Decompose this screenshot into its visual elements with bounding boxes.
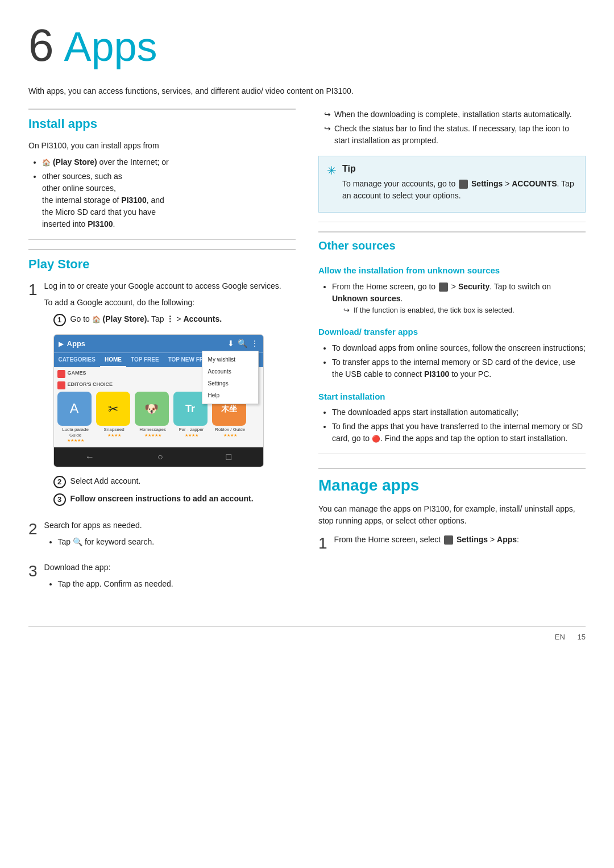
tip-content: Tip To manage your accounts, go to Setti… bbox=[342, 162, 577, 206]
start-install-list: The downloaded apps start installation a… bbox=[332, 406, 586, 445]
ps-bottom-bar: ← ○ □ bbox=[54, 447, 263, 467]
main-content: Install apps On PI3100, you can install … bbox=[28, 109, 586, 604]
editors-icon bbox=[57, 381, 65, 389]
play-store-icon-inline: 🏠 bbox=[42, 159, 51, 167]
install-source-2: other sources, such as other online sour… bbox=[42, 171, 296, 230]
ps-app-3: 🐶 Homescapes ★★★★★ bbox=[135, 392, 171, 444]
step-2-bullet-1: Tap 🔍 for keyword search. bbox=[58, 536, 296, 548]
tip-star-icon: ✳ bbox=[327, 162, 337, 179]
sub-step-3-circle: 3 bbox=[53, 493, 66, 506]
step-3-bullets: Tap the app. Confirm as needed. bbox=[58, 578, 296, 590]
ps-app-stars-3: ★★★★★ bbox=[135, 433, 171, 439]
ps-topbar-icons: ⬇ 🔍 ⋮ bbox=[227, 338, 259, 350]
editors-label: EDITOR'S CHOICE bbox=[68, 381, 113, 389]
ps-app-name-3: Homescapes bbox=[135, 427, 171, 433]
download-transfer-2: To transfer apps to the internal memory … bbox=[332, 356, 586, 380]
download-transfer-list: To download apps from online sources, fo… bbox=[332, 342, 586, 380]
right-column: When the downloading is complete, instal… bbox=[318, 109, 586, 604]
ps-recent-icon: □ bbox=[226, 450, 231, 464]
dropdown-wishlist: My wishlist bbox=[202, 354, 258, 366]
step-3-block: 3 Download the app: Tap the app. Confirm… bbox=[28, 562, 296, 595]
settings-icon-manage bbox=[444, 535, 453, 545]
ps-app-name-2: Snapseed bbox=[96, 427, 132, 433]
ps-tab-categories: CATEGORIES bbox=[54, 353, 100, 367]
allow-install-title: Allow the installation from unknown sour… bbox=[318, 264, 586, 277]
allow-install-list: From the Home screen, go to > Security. … bbox=[332, 281, 586, 316]
other-sources-section: Other sources Allow the installation fro… bbox=[318, 231, 586, 445]
home-icon-inline bbox=[439, 283, 448, 292]
download-icon: ⬇ bbox=[227, 338, 234, 350]
sub-step-1-text: Go to 🏠 (Play Store). Tap ⋮ > Accounts. bbox=[70, 313, 222, 325]
start-install-2: To find the apps that you have transferr… bbox=[332, 421, 586, 445]
dropdown-help: Help bbox=[202, 389, 258, 401]
divider-right-2 bbox=[318, 454, 586, 454]
allow-install-item-1: From the Home screen, go to > Security. … bbox=[332, 281, 586, 316]
manage-apps-title: Manage apps bbox=[318, 468, 586, 497]
download-arrow-1: When the downloading is complete, instal… bbox=[324, 109, 586, 121]
start-install-title: Start installation bbox=[318, 391, 586, 404]
download-transfer-title: Download/ transfer apps bbox=[318, 326, 586, 339]
ps-topbar-title: Apps bbox=[67, 338, 86, 350]
ps-app-stars-1: ★★★★★ bbox=[57, 438, 94, 444]
step-3-bullet-1: Tap the app. Confirm as needed. bbox=[58, 578, 296, 590]
manage-step-1-content: From the Home screen, select Settings > … bbox=[334, 534, 586, 550]
step-1-sub: To add a Google account, do the followin… bbox=[44, 297, 296, 309]
step-3-text: Download the app: bbox=[44, 562, 296, 574]
ps-back-icon: ← bbox=[85, 450, 94, 464]
manage-step-1-block: 1 From the Home screen, select Settings … bbox=[318, 534, 586, 553]
dropdown-settings: Settings bbox=[202, 377, 258, 389]
play-store-section: Play Store 1 Log in to or create your Go… bbox=[28, 249, 296, 595]
games-label: GAMES bbox=[68, 369, 86, 377]
allow-sub-1: If the function is enabled, the tick box… bbox=[343, 305, 586, 316]
ps-dropdown: My wishlist Accounts Settings Help bbox=[202, 351, 259, 404]
ps-app-name-4: Far - zapper bbox=[173, 427, 210, 433]
install-apps-title: Install apps bbox=[28, 109, 296, 133]
footer-page: 15 bbox=[578, 633, 586, 641]
manage-step-1-number: 1 bbox=[318, 534, 327, 553]
manage-step-1-text: From the Home screen, select Settings > … bbox=[334, 534, 586, 546]
ps-topbar: ▶ Apps ⬇ 🔍 ⋮ My wishlist Acc bbox=[54, 335, 263, 352]
sub-step-1-circle: 1 bbox=[53, 314, 66, 326]
ps-home-icon: ○ bbox=[157, 450, 163, 464]
chapter-heading: 6 Apps bbox=[28, 23, 586, 68]
ps-app-icon-3: 🐶 bbox=[135, 392, 169, 426]
install-source-1: 🏠 (Play Store) over the Internet; or bbox=[42, 156, 296, 168]
download-arrow-2: Check the status bar to find the status.… bbox=[324, 123, 586, 147]
step-2-number: 2 bbox=[28, 520, 38, 539]
page-footer: EN 15 bbox=[28, 626, 586, 643]
step-1-block: 1 Log in to or create your Google accoun… bbox=[28, 280, 296, 510]
ps-app-stars-5: ★★★★ bbox=[212, 433, 248, 439]
step-2-content: Search for apps as needed. Tap 🔍 for key… bbox=[44, 520, 296, 553]
downloading-arrows-section: When the downloading is complete, instal… bbox=[318, 109, 586, 147]
step-2-text: Search for apps as needed. bbox=[44, 520, 296, 531]
divider-1 bbox=[28, 239, 296, 240]
settings-icon-inline bbox=[459, 180, 468, 189]
ps-app-icon-2: ✂ bbox=[96, 392, 130, 426]
ps-app-name-1: Ludia parade Guide bbox=[57, 427, 94, 438]
other-sources-title: Other sources bbox=[318, 231, 586, 254]
ps-app-name-5: Roblox / Guide bbox=[212, 427, 248, 433]
chapter-title: Apps bbox=[64, 26, 157, 67]
play-store-title: Play Store bbox=[28, 249, 296, 273]
download-transfer-1: To download apps from online sources, fo… bbox=[332, 342, 586, 354]
left-column: Install apps On PI3100, you can install … bbox=[28, 109, 296, 604]
ps-app-2: ✂ Snapseed ★★★★ bbox=[96, 392, 132, 444]
footer-lang: EN bbox=[555, 633, 565, 641]
ps-tab-home: HOME bbox=[100, 353, 126, 367]
search-icon: 🔍 bbox=[238, 338, 247, 350]
ps-app-icon-1: A bbox=[57, 392, 92, 426]
play-store-screenshot: ▶ Apps ⬇ 🔍 ⋮ My wishlist Acc bbox=[53, 334, 264, 467]
ps-app-stars-4: ★★★★ bbox=[173, 433, 210, 439]
sub-step-1: 1 Go to 🏠 (Play Store). Tap ⋮ > Accounts… bbox=[53, 313, 296, 326]
tip-text: To manage your accounts, go to Settings … bbox=[342, 178, 577, 202]
intro-text: With apps, you can access functions, ser… bbox=[28, 85, 586, 97]
manage-apps-text: You can manage the apps on PI3100, for e… bbox=[318, 503, 586, 527]
step-3-number: 3 bbox=[28, 562, 38, 581]
sub-step-2-circle: 2 bbox=[53, 476, 66, 488]
step-3-content: Download the app: Tap the app. Confirm a… bbox=[44, 562, 296, 595]
divider-right-1 bbox=[318, 222, 586, 222]
install-source-1-text: (Play Store) over the Internet; or bbox=[53, 157, 169, 167]
footer-text: EN 15 bbox=[555, 632, 586, 643]
install-intro: On PI3100, you can install apps from bbox=[28, 140, 296, 152]
dropdown-accounts: Accounts bbox=[202, 366, 258, 377]
